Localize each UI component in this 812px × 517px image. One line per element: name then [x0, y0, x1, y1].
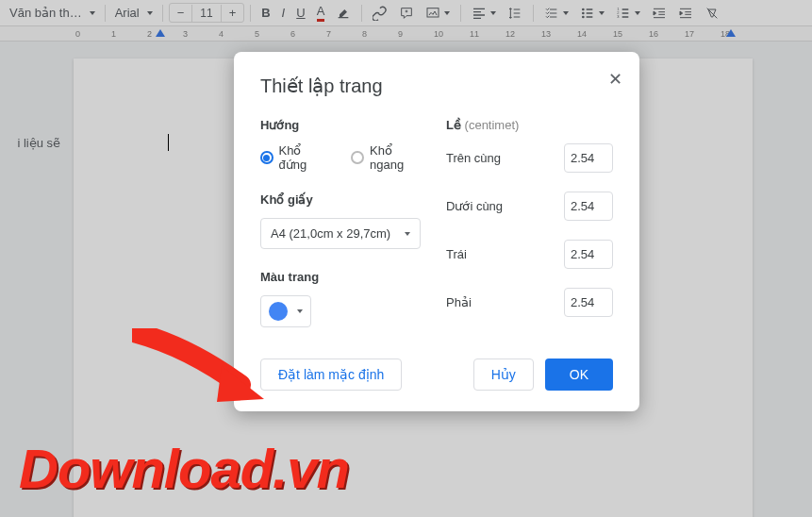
- margin-top-label: Trên cùng: [446, 151, 501, 165]
- margins-text: Lề: [446, 118, 461, 132]
- portrait-label: Khổ đứng: [279, 143, 331, 172]
- margin-right-label: Phải: [446, 295, 472, 309]
- landscape-label: Khổ ngang: [370, 143, 427, 172]
- margin-left-input[interactable]: [564, 240, 613, 269]
- radio-unchecked-icon: [351, 151, 364, 164]
- chevron-down-icon: [297, 309, 303, 313]
- margin-bottom-input[interactable]: [564, 192, 613, 221]
- page-setup-dialog: Thiết lập trang ✕ Hướng Khổ đứng Khổ nga…: [234, 52, 639, 411]
- watermark-logo: Download.vn: [19, 437, 349, 500]
- set-default-button[interactable]: Đặt làm mặc định: [260, 359, 402, 391]
- close-button[interactable]: ✕: [608, 69, 622, 90]
- margin-top-input[interactable]: [564, 143, 613, 173]
- margin-right-input[interactable]: [564, 288, 613, 317]
- orientation-label: Hướng: [260, 118, 427, 132]
- margins-unit: (centimet): [465, 118, 520, 132]
- annotation-arrow: [132, 328, 278, 417]
- page-color-picker[interactable]: [260, 295, 311, 327]
- paper-size-label: Khổ giấy: [260, 192, 427, 207]
- paper-size-select[interactable]: A4 (21,0cm x 29,7cm): [260, 218, 421, 249]
- cancel-button[interactable]: Hủy: [473, 359, 534, 391]
- color-swatch: [269, 302, 288, 321]
- dialog-title: Thiết lập trang: [260, 75, 613, 97]
- chevron-down-icon: [405, 232, 410, 236]
- portrait-radio[interactable]: Khổ đứng: [260, 143, 330, 172]
- margins-label: Lề (centimet): [446, 118, 613, 132]
- paper-size-value: A4 (21,0cm x 29,7cm): [271, 226, 390, 241]
- ok-button[interactable]: OK: [545, 359, 613, 391]
- right-column: Lề (centimet) Trên cùng Dưới cùng Trái P…: [446, 118, 613, 336]
- left-column: Hướng Khổ đứng Khổ ngang Khổ giấy A4 (21…: [260, 118, 427, 336]
- page-color-label: Màu trang: [260, 270, 427, 284]
- margin-bottom-label: Dưới cùng: [446, 199, 503, 213]
- margin-left-label: Trái: [446, 247, 467, 261]
- landscape-radio[interactable]: Khổ ngang: [351, 143, 427, 172]
- radio-checked-icon: [260, 151, 273, 164]
